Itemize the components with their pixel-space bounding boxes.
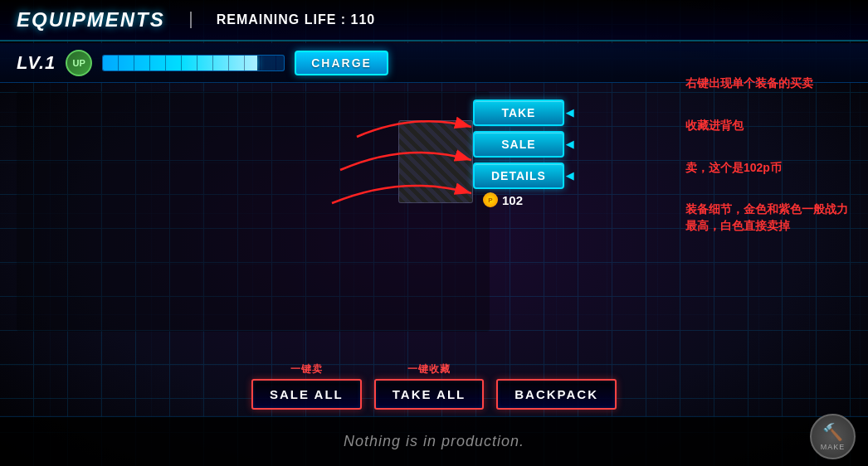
make-label: MAKE [821,443,846,451]
take-all-button[interactable]: TAKE ALL [374,379,485,410]
backpack-button[interactable]: BACKPACK [496,379,617,410]
game-container: EQUIPMENTS REMAINING LIFE : 110 LV.1 UP … [0,0,868,466]
take-annotation: 收藏进背包 [685,117,851,134]
page-title: EQUIPMENTS [17,8,165,32]
right-click-annotation: 右键出现单个装备的买卖 [685,75,851,92]
arrow-to-details [324,170,481,211]
price-value: 102 [502,193,523,207]
status-text: Nothing is in production. [344,433,524,450]
price-tag: P 102 [483,192,523,207]
exp-bar [102,55,285,71]
details-annotation: 装备细节，金色和紫色一般战力最高，白色直接卖掉 [685,201,851,234]
coin-icon: P [483,192,498,207]
exp-bar-segments [103,56,284,70]
up-badge: UP [66,50,92,76]
make-button[interactable]: 🔨 MAKE [810,414,856,459]
take-all-label-top: 一键收藏 [407,362,451,376]
sale-annotation: 卖，这个是102p币 [685,159,851,177]
sale-all-button[interactable]: SALE ALL [251,379,362,410]
sale-all-label-top: 一键卖 [290,362,323,376]
sale-all-group: 一键卖 SALE ALL [251,362,362,410]
level-text: LV.1 [17,52,56,74]
header-divider [190,12,192,28]
sale-button[interactable]: SALE [473,131,564,158]
header: EQUIPMENTS REMAINING LIFE : 110 [0,0,868,41]
charge-button[interactable]: CHARGE [295,51,388,75]
make-icon: 🔨 [822,422,843,442]
action-buttons: 一键卖 SALE ALL 一键收藏 TAKE ALL BACKPACK [251,362,617,410]
take-all-group: 一键收藏 TAKE ALL [374,362,485,410]
context-menu: TAKE SALE DETAILS [473,100,564,189]
remaining-life: REMAINING LIFE : 110 [217,12,376,27]
take-button[interactable]: TAKE [473,100,564,126]
footer-bar: Nothing is in production. [0,416,868,466]
annotation-area: 右键出现单个装备的买卖 收藏进背包 卖，这个是102p币 装备细节，金色和紫色一… [685,75,851,259]
details-button[interactable]: DETAILS [473,163,564,189]
backpack-group: BACKPACK [496,362,617,410]
